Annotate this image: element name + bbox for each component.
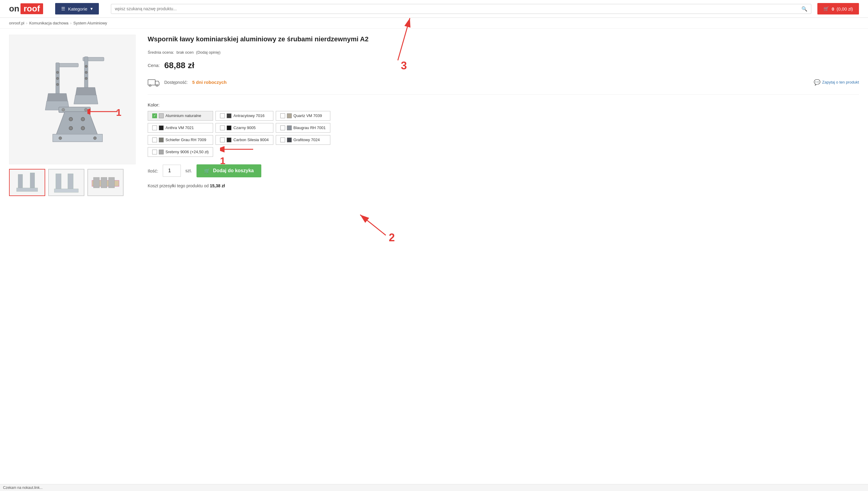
- color-checkbox-schiefer: [152, 138, 157, 142]
- svg-point-14: [81, 117, 85, 121]
- rating-row: Średnia ocena: brak ocen (Dodaj opinię): [148, 50, 859, 55]
- color-swatch-antracytowy: [227, 113, 231, 118]
- svg-point-16: [81, 126, 85, 130]
- color-option-quartz[interactable]: Quartz VM 7039: [276, 111, 330, 121]
- color-checkbox-grafitowy: [280, 138, 285, 142]
- qty-unit: szt.: [185, 168, 192, 173]
- breadcrumb-category[interactable]: Komunikacja dachowa: [29, 21, 68, 25]
- svg-rect-21: [17, 188, 38, 192]
- color-swatch-srebrny: [159, 150, 164, 154]
- hamburger-icon: ☰: [61, 6, 65, 11]
- cart-count: 0: [832, 6, 834, 11]
- color-checkbox-carbon: [220, 138, 225, 142]
- price-value: 68,88 zł: [164, 61, 194, 70]
- thumbnail-row: [9, 169, 135, 196]
- svg-rect-28: [108, 177, 115, 188]
- color-label-antracytowy: Antracytowy 7016: [233, 113, 264, 118]
- ask-product-label: Zapytaj o ten produkt: [822, 80, 859, 84]
- breadcrumb-separator-2: ›: [70, 21, 71, 25]
- color-label: Kolor:: [148, 102, 859, 107]
- logo-roof: roof: [21, 3, 43, 14]
- rating-label: Średnia ocena:: [148, 50, 174, 55]
- svg-rect-31: [148, 80, 155, 85]
- kategorie-button[interactable]: ☰ Kategorie ▾: [55, 3, 99, 15]
- color-option-anthra[interactable]: Anthra VM 7021: [148, 123, 213, 133]
- svg-point-9: [85, 77, 87, 80]
- color-grid: ✓Aluminium naturalneAntracytowy 7016Quar…: [148, 111, 859, 157]
- color-swatch-schiefer: [159, 138, 164, 142]
- search-icon: 🔍: [801, 6, 807, 11]
- thumbnail-1[interactable]: [9, 169, 45, 196]
- kategorie-label: Kategorie: [68, 6, 87, 11]
- main-content: 1 Wspornik ławy kominiarskiej aluminiowy…: [0, 29, 868, 205]
- svg-point-3: [56, 77, 59, 80]
- search-button[interactable]: 🔍: [801, 6, 807, 12]
- color-label-srebrny: Srebrny 9006 (+24,50 zł): [165, 150, 209, 154]
- breadcrumb-subcategory: System Aluminiowy: [73, 21, 107, 25]
- svg-point-8: [85, 71, 87, 74]
- shipping-text: Koszt przesyłki tego produktu od: [148, 183, 209, 188]
- qty-input[interactable]: [163, 165, 181, 177]
- color-checkbox-czarny: [220, 125, 225, 130]
- color-option-blaugrau[interactable]: Blaugrau RH 7001: [276, 123, 330, 133]
- thumbnail-3[interactable]: [87, 169, 124, 196]
- price-label: Cena:: [148, 63, 160, 68]
- header: on roof ☰ Kategorie ▾ 🔍 🛒 0 (0,00 zł): [0, 0, 868, 18]
- color-option-grafitowy[interactable]: Grafitowy 7024: [276, 135, 330, 145]
- color-option-schiefer[interactable]: Schiefer Grau RH 7009: [148, 135, 213, 145]
- svg-rect-26: [93, 177, 99, 188]
- svg-point-12: [84, 108, 87, 111]
- product-details: Wspornik ławy kominiarskiej aluminiowy z…: [148, 35, 859, 199]
- cart-icon: 🛒: [824, 6, 829, 11]
- add-to-cart-label: Dodaj do koszyka: [213, 168, 254, 173]
- color-section: Kolor: ✓Aluminium naturalneAntracytowy 7…: [148, 102, 859, 157]
- svg-rect-27: [101, 177, 107, 188]
- svg-point-7: [85, 65, 87, 67]
- logo-on: on: [9, 4, 19, 13]
- color-label-carbon: Carbon Silesia 9004: [233, 138, 269, 142]
- color-option-czarny[interactable]: Czarny 9005: [216, 123, 273, 133]
- color-checkbox-srebrny: [152, 150, 157, 154]
- color-label-schiefer: Schiefer Grau RH 7009: [165, 138, 206, 142]
- svg-point-18: [93, 137, 96, 140]
- color-option-antracytowy[interactable]: Antracytowy 7016: [216, 111, 273, 121]
- add-to-cart-button[interactable]: 🛒 Dodaj do koszyka: [196, 164, 261, 177]
- shipping-price: 15,38 zł: [210, 183, 225, 188]
- color-swatch-quartz: [287, 113, 292, 118]
- color-checkbox-quartz: [280, 113, 285, 118]
- breadcrumb: onroof.pl › Komunikacja dachowa › System…: [0, 18, 868, 29]
- color-label-grafitowy: Grafitowy 7024: [293, 138, 320, 142]
- svg-rect-23: [68, 174, 73, 190]
- thumbnail-2[interactable]: [48, 169, 84, 196]
- search-input[interactable]: [115, 6, 802, 11]
- svg-point-13: [69, 117, 73, 121]
- color-checkbox-aluminium: ✓: [152, 113, 157, 118]
- logo[interactable]: on roof: [9, 3, 43, 14]
- svg-point-11: [62, 108, 65, 111]
- color-swatch-blaugrau: [287, 125, 292, 130]
- breadcrumb-home[interactable]: onroof.pl: [9, 21, 24, 25]
- color-swatch-anthra: [159, 125, 164, 130]
- product-images: 1: [9, 35, 135, 199]
- order-row: Ilość: szt. 🛒 Dodaj do koszyka: [148, 164, 859, 177]
- svg-rect-0: [57, 63, 79, 67]
- color-option-aluminium[interactable]: ✓Aluminium naturalne: [148, 111, 213, 121]
- ask-product-link[interactable]: 💬 Zapytaj o ten produkt: [814, 79, 859, 86]
- color-swatch-czarny: [227, 125, 231, 130]
- rating-value: brak ocen: [176, 50, 193, 55]
- availability-days: 5 dni roboczych: [192, 80, 227, 85]
- availability-row: Dostępność: 5 dni roboczych 💬 Zapytaj o …: [148, 78, 859, 95]
- color-option-carbon[interactable]: Carbon Silesia 9004: [216, 135, 273, 145]
- color-label-blaugrau: Blaugrau RH 7001: [293, 125, 326, 130]
- product-title: Wspornik ławy kominiarskiej aluminiowy z…: [148, 35, 859, 44]
- main-product-image: [9, 35, 135, 164]
- svg-rect-24: [54, 189, 79, 193]
- chat-icon: 💬: [814, 79, 820, 86]
- svg-rect-19: [18, 174, 23, 190]
- color-option-srebrny[interactable]: Srebrny 9006 (+24,50 zł): [148, 147, 213, 157]
- price-row: Cena: 68,88 zł: [148, 61, 859, 70]
- svg-rect-22: [56, 174, 61, 190]
- cart-button[interactable]: 🛒 0 (0,00 zł): [817, 3, 859, 15]
- color-swatch-grafitowy: [287, 138, 292, 142]
- add-review-link[interactable]: (Dodaj opinię): [196, 50, 221, 55]
